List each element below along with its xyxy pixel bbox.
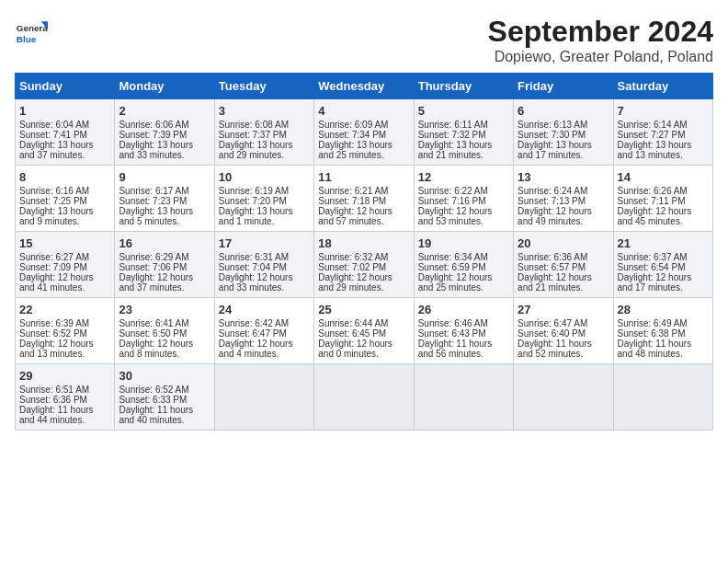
day-info-line: and 13 minutes. xyxy=(618,150,709,160)
day-info-line: and 40 minutes. xyxy=(119,415,210,425)
day-info-line: and 8 minutes. xyxy=(119,349,210,359)
day-info-line: Daylight: 13 hours xyxy=(19,140,110,150)
day-info-line: and 25 minutes. xyxy=(318,150,409,160)
svg-text:Blue: Blue xyxy=(17,34,37,44)
day-number: 26 xyxy=(418,303,509,316)
day-info-line: Daylight: 13 hours xyxy=(19,206,110,216)
day-info-line: Daylight: 12 hours xyxy=(618,206,709,216)
day-info-line: Sunset: 7:18 PM xyxy=(318,196,409,206)
day-number: 7 xyxy=(618,104,709,118)
day-info-line: and 0 minutes. xyxy=(318,349,409,359)
day-info-line: Daylight: 12 hours xyxy=(119,339,210,349)
day-info-line: Daylight: 13 hours xyxy=(418,140,509,150)
calendar-week-row: 22Sunrise: 6:39 AMSunset: 6:52 PMDayligh… xyxy=(16,298,713,364)
day-info-line: Daylight: 13 hours xyxy=(219,140,310,150)
day-number: 29 xyxy=(19,369,110,383)
day-number: 23 xyxy=(119,303,210,316)
calendar-cell: 17Sunrise: 6:31 AMSunset: 7:04 PMDayligh… xyxy=(214,232,313,298)
page-header: General Blue September 2024 Dopiewo, Gre… xyxy=(15,15,713,65)
day-info-line: and 1 minute. xyxy=(219,216,310,226)
day-info-line: Daylight: 13 hours xyxy=(119,140,210,150)
day-info-line: and 29 minutes. xyxy=(219,150,310,160)
calendar-cell: 20Sunrise: 6:36 AMSunset: 6:57 PMDayligh… xyxy=(514,232,613,298)
day-info-line: and 17 minutes. xyxy=(618,282,709,293)
day-number: 11 xyxy=(318,170,409,184)
calendar-cell xyxy=(314,364,414,431)
day-info-line: Sunset: 7:16 PM xyxy=(418,196,509,206)
day-info-line: Daylight: 13 hours xyxy=(219,206,310,216)
weekday-header-monday: Monday xyxy=(115,74,214,99)
day-info-line: Daylight: 12 hours xyxy=(318,206,409,216)
day-info-line: Sunrise: 6:52 AM xyxy=(119,385,210,395)
day-number: 15 xyxy=(19,236,110,250)
day-info-line: and 13 minutes. xyxy=(19,349,110,359)
day-number: 13 xyxy=(518,170,609,184)
weekday-header-sunday: Sunday xyxy=(16,74,115,99)
day-info-line: and 37 minutes. xyxy=(19,150,110,160)
day-info-line: Sunset: 7:32 PM xyxy=(418,130,509,140)
day-info-line: Daylight: 12 hours xyxy=(418,206,509,216)
day-info-line: Sunrise: 6:31 AM xyxy=(219,252,310,262)
day-info-line: and 45 minutes. xyxy=(618,216,709,226)
day-info-line: Sunset: 6:59 PM xyxy=(418,262,509,272)
weekday-header-saturday: Saturday xyxy=(613,74,712,99)
day-info-line: and 33 minutes. xyxy=(119,150,210,160)
day-info-line: Sunset: 6:40 PM xyxy=(518,328,609,339)
day-info-line: Sunset: 7:34 PM xyxy=(318,130,409,140)
day-info-line: Sunrise: 6:17 AM xyxy=(119,186,210,196)
day-number: 5 xyxy=(418,104,509,118)
day-info-line: Sunset: 7:41 PM xyxy=(19,130,110,140)
day-number: 1 xyxy=(19,104,110,118)
day-info-line: and 9 minutes. xyxy=(19,216,110,226)
day-number: 3 xyxy=(219,104,310,118)
day-info-line: and 49 minutes. xyxy=(518,216,609,226)
day-info-line: and 48 minutes. xyxy=(618,349,709,359)
day-info-line: Sunrise: 6:21 AM xyxy=(318,186,409,196)
day-info-line: Sunrise: 6:14 AM xyxy=(618,120,709,130)
day-info-line: Sunset: 7:09 PM xyxy=(19,262,110,272)
calendar-week-row: 15Sunrise: 6:27 AMSunset: 7:09 PMDayligh… xyxy=(16,232,713,298)
day-info-line: Sunrise: 6:04 AM xyxy=(19,120,110,130)
calendar-cell: 21Sunrise: 6:37 AMSunset: 6:54 PMDayligh… xyxy=(613,232,712,298)
day-info-line: Daylight: 12 hours xyxy=(318,339,409,349)
day-info-line: Daylight: 13 hours xyxy=(318,140,409,150)
day-info-line: Sunset: 6:33 PM xyxy=(119,395,210,405)
day-info-line: Sunset: 6:47 PM xyxy=(219,328,310,339)
day-number: 9 xyxy=(119,170,210,184)
weekday-header-row: SundayMondayTuesdayWednesdayThursdayFrid… xyxy=(16,74,713,99)
day-info-line: Sunset: 7:02 PM xyxy=(318,262,409,272)
day-info-line: Sunrise: 6:08 AM xyxy=(219,120,310,130)
day-info-line: Sunrise: 6:44 AM xyxy=(318,318,409,328)
day-info-line: Sunrise: 6:16 AM xyxy=(19,186,110,196)
day-number: 6 xyxy=(518,104,609,118)
calendar-cell: 14Sunrise: 6:26 AMSunset: 7:11 PMDayligh… xyxy=(613,166,712,232)
day-info-line: Sunrise: 6:22 AM xyxy=(418,186,509,196)
calendar-cell: 19Sunrise: 6:34 AMSunset: 6:59 PMDayligh… xyxy=(414,232,513,298)
day-info-line: and 44 minutes. xyxy=(19,415,110,425)
calendar-week-row: 8Sunrise: 6:16 AMSunset: 7:25 PMDaylight… xyxy=(16,166,713,232)
day-number: 19 xyxy=(418,236,509,250)
day-info-line: Sunset: 7:06 PM xyxy=(119,262,210,272)
day-info-line: Sunset: 7:37 PM xyxy=(219,130,310,140)
day-info-line: Sunset: 6:36 PM xyxy=(19,395,110,405)
day-info-line: Sunset: 7:23 PM xyxy=(119,196,210,206)
day-number: 21 xyxy=(618,236,709,250)
calendar-cell: 3Sunrise: 6:08 AMSunset: 7:37 PMDaylight… xyxy=(214,99,313,166)
day-number: 25 xyxy=(318,303,409,316)
day-number: 14 xyxy=(618,170,709,184)
day-info-line: and 56 minutes. xyxy=(418,349,509,359)
calendar-cell xyxy=(514,364,613,431)
day-info-line: Sunrise: 6:41 AM xyxy=(119,318,210,328)
calendar-cell: 26Sunrise: 6:46 AMSunset: 6:43 PMDayligh… xyxy=(414,298,513,364)
day-number: 28 xyxy=(618,303,709,316)
day-info-line: Daylight: 12 hours xyxy=(219,272,310,282)
day-info-line: Sunrise: 6:06 AM xyxy=(119,120,210,130)
day-number: 24 xyxy=(219,303,310,316)
day-info-line: Sunset: 6:38 PM xyxy=(618,328,709,339)
day-info-line: Daylight: 11 hours xyxy=(119,405,210,415)
day-info-line: Sunrise: 6:42 AM xyxy=(219,318,310,328)
calendar-cell: 6Sunrise: 6:13 AMSunset: 7:30 PMDaylight… xyxy=(514,99,613,166)
calendar-title: September 2024 xyxy=(488,15,713,49)
day-info-line: and 57 minutes. xyxy=(318,216,409,226)
calendar-cell xyxy=(214,364,313,431)
